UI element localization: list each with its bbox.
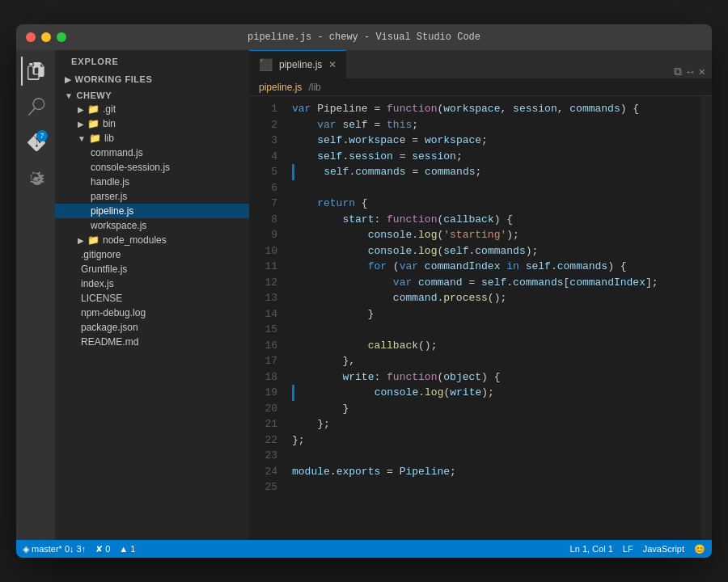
tab-actions: ⧉ ↔ ✕ — [674, 65, 712, 78]
sidebar-header: Explore — [55, 50, 249, 70]
file-label: workspace.js — [91, 220, 146, 231]
working-files-section[interactable]: ▶ WORKING FILES — [55, 70, 249, 86]
code-line-9: console.log('starting'); — [292, 227, 700, 243]
tree-item-command-js[interactable]: command.js — [55, 146, 249, 160]
tree-item-node-modules[interactable]: ▶ 📁 node_modules — [55, 233, 249, 247]
git-branch[interactable]: ◈ master* 0↓ 3↑ — [23, 544, 86, 555]
file-label: npm-debug.log — [81, 307, 146, 318]
code-line-10: console.log(self.commands); — [292, 243, 700, 259]
split-editor-icon[interactable]: ⧉ — [674, 65, 682, 78]
file-label: lib — [104, 133, 114, 144]
tab-bar: ⬛ pipeline.js ✕ ⧉ ↔ ✕ — [249, 50, 712, 78]
file-label: index.js — [81, 278, 114, 289]
breadcrumb-path: /lib — [308, 82, 320, 93]
code-line-25 — [292, 479, 700, 496]
tree-item-license[interactable]: LICENSE — [55, 291, 249, 306]
branch-label: master* — [32, 544, 62, 554]
file-label: .gitignore — [81, 249, 121, 260]
tree-item-git[interactable]: ▶ 📁 .git — [55, 102, 249, 116]
sync-down: 0↓ — [65, 544, 74, 554]
tab-pipeline-js[interactable]: ⬛ pipeline.js ✕ — [249, 50, 346, 78]
tree-item-npm-debug[interactable]: npm-debug.log — [55, 306, 249, 320]
warning-icon: ▲ — [119, 544, 128, 554]
activity-explorer[interactable] — [21, 57, 50, 86]
sidebar: Explore ▶ WORKING FILES ▼ CHEWY ▶ 📁 .git… — [55, 50, 249, 540]
code-line-20: } — [292, 401, 700, 417]
code-line-1: var Pipeline = function(workspace, sessi… — [292, 101, 700, 117]
editor-area: ⬛ pipeline.js ✕ ⧉ ↔ ✕ pipeline.js /lib — [249, 50, 712, 540]
file-label: command.js — [91, 147, 143, 158]
breadcrumb: pipeline.js /lib — [249, 78, 712, 96]
code-line-5: self.commands = commands; — [292, 164, 700, 180]
open-changes-icon[interactable]: ↔ — [687, 65, 693, 78]
git-icon: ◈ — [23, 544, 29, 555]
tree-item-gruntfile[interactable]: Gruntfile.js — [55, 262, 249, 276]
emoji-button[interactable]: 😊 — [694, 544, 705, 555]
tree-item-bin[interactable]: ▶ 📁 bin — [55, 116, 249, 131]
tree-item-parser-js[interactable]: parser.js — [55, 189, 249, 204]
tree-item-package-json[interactable]: package.json — [55, 320, 249, 335]
warning-count: 1 — [130, 544, 135, 554]
tree-item-pipeline-js[interactable]: pipeline.js — [55, 204, 249, 218]
tree-item-handle-js[interactable]: handle.js — [55, 175, 249, 189]
minimap — [700, 96, 712, 540]
error-count: 0 — [105, 544, 110, 554]
file-label: .git — [103, 103, 116, 115]
code-line-3: self.workspace = workspace; — [292, 133, 700, 149]
tree-item-workspace-js[interactable]: workspace.js — [55, 218, 249, 233]
code-line-24: module.exports = Pipeline; — [292, 464, 700, 480]
window-title: pipeline.js - chewy - Visual Studio Code — [248, 32, 480, 43]
language-label: JavaScript — [643, 544, 684, 554]
file-label: parser.js — [91, 191, 127, 202]
tree-item-lib[interactable]: ▼ 📁 lib — [55, 131, 249, 146]
tree-item-readme[interactable]: README.md — [55, 335, 249, 349]
activity-git[interactable]: 7 — [21, 128, 50, 157]
git-badge: 7 — [36, 130, 48, 141]
file-label: node_modules — [103, 234, 167, 246]
folder-icon: 📁 — [87, 234, 99, 246]
tab-file-icon: ⬛ — [259, 58, 273, 71]
tab-close-button[interactable]: ✕ — [328, 59, 336, 70]
file-label: LICENSE — [81, 293, 122, 304]
sync-up: 3↑ — [77, 544, 87, 554]
traffic-lights — [26, 32, 66, 42]
more-actions-icon[interactable]: ✕ — [699, 65, 705, 78]
tree-item-console-session-js[interactable]: console-session.js — [55, 160, 249, 175]
titlebar: pipeline.js - chewy - Visual Studio Code — [16, 24, 712, 50]
errors-count[interactable]: ✘ 0 ▲ 1 — [95, 544, 135, 555]
code-line-15 — [292, 322, 700, 338]
breadcrumb-filename: pipeline.js — [259, 82, 302, 93]
activity-debug[interactable] — [21, 163, 50, 192]
tab-label: pipeline.js — [279, 59, 322, 70]
file-label: pipeline.js — [91, 205, 133, 217]
code-content[interactable]: var Pipeline = function(workspace, sessi… — [286, 96, 700, 540]
code-line-19: console.log(write); — [292, 385, 700, 401]
folder-icon: 📁 — [89, 133, 101, 144]
close-button[interactable] — [26, 32, 36, 42]
file-tree: ▶ 📁 .git ▶ 📁 bin ▼ 📁 lib — [55, 102, 249, 540]
cursor-position[interactable]: Ln 1, Col 1 — [570, 544, 613, 554]
project-arrow: ▼ — [65, 91, 73, 100]
code-line-14: } — [292, 306, 700, 323]
code-line-18: write: function(object) { — [292, 369, 700, 386]
project-section[interactable]: ▼ CHEWY — [55, 86, 249, 102]
tree-item-gitignore[interactable]: .gitignore — [55, 247, 249, 262]
file-label: README.md — [81, 336, 138, 348]
main-layout: 7 Explore ▶ WORKING FILES ▼ CHEWY — [16, 50, 712, 540]
working-files-label: WORKING FILES — [75, 74, 153, 84]
statusbar-right: Ln 1, Col 1 LF JavaScript 😊 — [570, 544, 705, 555]
eol-type[interactable]: LF — [623, 544, 633, 554]
statusbar-left: ◈ master* 0↓ 3↑ ✘ 0 ▲ 1 — [23, 544, 135, 555]
activity-search[interactable] — [21, 92, 50, 121]
code-line-13: command.process(); — [292, 290, 700, 306]
code-line-8: start: function(callback) { — [292, 212, 700, 228]
project-label: CHEWY — [76, 91, 112, 100]
code-editor[interactable]: 12345 678910 1112131415 1617181920 21222… — [249, 96, 712, 540]
eol-label: LF — [623, 544, 633, 554]
tree-item-index[interactable]: index.js — [55, 276, 249, 291]
maximize-button[interactable] — [57, 32, 66, 42]
minimize-button[interactable] — [41, 32, 51, 42]
code-line-17: }, — [292, 353, 700, 369]
code-line-11: for (var commandIndex in self.commands) … — [292, 259, 700, 275]
language-mode[interactable]: JavaScript — [643, 544, 684, 554]
